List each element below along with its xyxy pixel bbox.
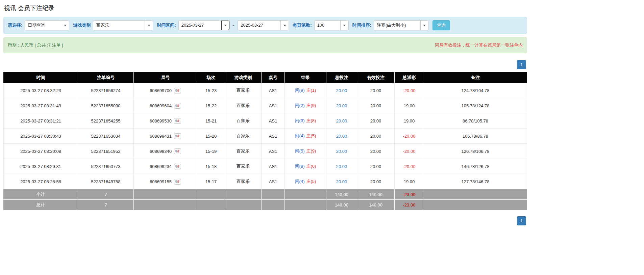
cell-session: 15-23: [197, 83, 225, 98]
total-empty: [285, 200, 326, 210]
cell-round: 608699700: [134, 83, 197, 98]
header-round: 局号: [134, 73, 197, 83]
date-from-value: 2025-03-27: [179, 21, 221, 30]
result-banker: 庄(8): [306, 118, 316, 123]
chevron-down-icon[interactable]: [221, 21, 229, 30]
cell-round: 608699340: [134, 144, 197, 159]
chevron-down-icon[interactable]: [420, 21, 428, 30]
total-bet-link[interactable]: 20.00: [336, 149, 347, 154]
cell-time: 2025-03-27 08:30:08: [4, 144, 78, 159]
game-type-value: 百家乐: [93, 21, 145, 30]
cell-round: 608699234: [134, 159, 197, 174]
total-bet-link[interactable]: 20.00: [336, 134, 347, 139]
header-bet-id: 注单编号: [78, 73, 134, 83]
page-size-value: 100: [315, 21, 340, 30]
total-empty: [197, 200, 225, 210]
result-player: 闲(4): [295, 179, 305, 184]
cell-valid-bet: 20.00: [357, 159, 395, 174]
cell-table-no: AS1: [262, 98, 285, 113]
search-button[interactable]: 查询: [432, 20, 450, 30]
query-type-value: 日期查询: [25, 21, 61, 30]
cell-note: 105.78/124.78: [424, 98, 527, 113]
cell-payout: 19.00: [395, 113, 424, 129]
pagination-top: 1: [3, 60, 526, 69]
cell-bet-id: 522371650773: [78, 159, 134, 174]
cell-note: 124.78/104.78: [424, 83, 527, 98]
result-player: 闲(4): [295, 133, 305, 138]
round-result-icon[interactable]: [174, 133, 181, 139]
sort-value: 降幂(由大到小): [374, 21, 420, 30]
cell-session: 15-17: [197, 174, 225, 189]
round-result-icon[interactable]: [174, 148, 181, 154]
total-bet-link[interactable]: 20.00: [336, 103, 347, 108]
page-button[interactable]: 1: [517, 216, 526, 225]
subtotal-total-bet: 140.00: [326, 189, 357, 200]
date-from-select[interactable]: 2025-03-27: [178, 20, 230, 30]
chevron-down-icon[interactable]: [145, 21, 153, 30]
cell-game-type: 百家乐: [225, 144, 262, 159]
round-result-icon[interactable]: [174, 179, 181, 185]
chevron-down-icon[interactable]: [340, 21, 348, 30]
subtotal-empty: [225, 189, 262, 200]
round-result-icon[interactable]: [174, 164, 181, 169]
cell-game-type: 百家乐: [225, 174, 262, 189]
header-total-bet: 总投注: [326, 73, 357, 83]
valid-bet-notice: 同局有效投注，统一计算在该局第一张注单内: [435, 42, 523, 48]
result-player: 闲(9): [295, 88, 305, 93]
query-type-select[interactable]: 日期查询: [25, 20, 69, 30]
subtotal-payout: -23.00: [395, 189, 424, 200]
round-number: 608699700: [150, 88, 172, 93]
round-wrap: 608699530: [150, 118, 181, 124]
subtotal-empty: [262, 189, 285, 200]
cell-total-bet: 20.00: [326, 174, 357, 189]
result-banker: 庄(5): [306, 133, 316, 138]
cell-valid-bet: 20.00: [357, 174, 395, 189]
total-empty: [262, 200, 285, 210]
sort-select[interactable]: 降幂(由大到小): [374, 20, 429, 30]
total-empty: [225, 200, 262, 210]
date-range-separator: ~: [232, 23, 236, 28]
sort-label: 时间排序:: [352, 22, 371, 28]
cell-game-type: 百家乐: [225, 129, 262, 144]
cell-bet-id: 522371655090: [78, 98, 134, 113]
round-result-icon[interactable]: [174, 118, 181, 124]
cell-session: 15-18: [197, 159, 225, 174]
header-result: 结果: [285, 73, 326, 83]
round-number: 608699530: [150, 118, 172, 123]
page-button[interactable]: 1: [517, 60, 526, 69]
time-range-label: 时间区间:: [157, 22, 176, 28]
cell-table-no: AS1: [262, 144, 285, 159]
header-table-no: 桌号: [262, 73, 285, 83]
cell-valid-bet: 20.00: [357, 129, 395, 144]
filter-bar: 请选择: 日期查询 游戏类别 百家乐 时间区间: 2025-03-27 ~ 20…: [3, 17, 527, 34]
round-result-icon[interactable]: [174, 88, 181, 93]
total-bet-link[interactable]: 20.00: [336, 164, 347, 169]
total-empty: [424, 200, 527, 210]
total-row: 总计 7 140.00 140.00 -23.00: [4, 200, 527, 210]
total-bet-link[interactable]: 20.00: [336, 88, 347, 93]
page-size-select[interactable]: 100: [314, 20, 349, 30]
round-result-icon[interactable]: [174, 103, 181, 109]
result-player: 闲(3): [295, 118, 305, 123]
cell-result: 闲(4)庄(5): [285, 129, 326, 144]
cell-table-no: AS1: [262, 113, 285, 129]
game-type-select[interactable]: 百家乐: [93, 20, 153, 30]
summary-bar: 币别 : 人民币 | 总共 :7 注单 | 同局有效投注，统一计算在该局第一张注…: [3, 37, 527, 53]
subtotal-count: 7: [78, 189, 134, 200]
total-bet-link[interactable]: 20.00: [336, 118, 347, 123]
total-label: 总计: [4, 200, 78, 210]
header-note: 备注: [424, 73, 527, 83]
header-valid-bet: 有效投注: [357, 73, 395, 83]
total-bet-link[interactable]: 20.00: [336, 179, 347, 184]
chevron-down-icon[interactable]: [61, 21, 69, 30]
subtotal-row: 小计 7 140.00 140.00 -23.00: [4, 189, 527, 200]
header-time: 时间: [4, 73, 78, 83]
cell-payout: -20.00: [395, 159, 424, 174]
round-wrap: 608699431: [150, 133, 181, 139]
cell-round: 608699530: [134, 113, 197, 129]
subtotal-label: 小计: [4, 189, 78, 200]
page-title: 视讯 会员下注纪录: [4, 4, 527, 12]
cell-total-bet: 20.00: [326, 159, 357, 174]
date-to-select[interactable]: 2025-03-27: [238, 20, 289, 30]
chevron-down-icon[interactable]: [280, 21, 289, 30]
